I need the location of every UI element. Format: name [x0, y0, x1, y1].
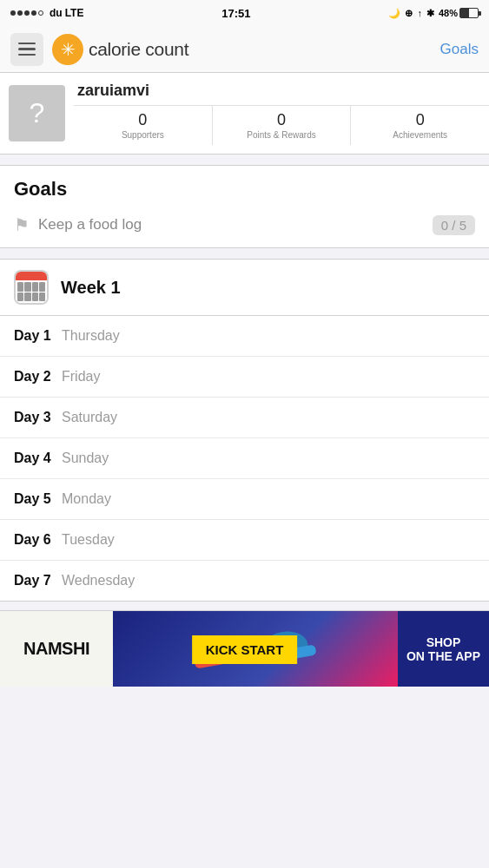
username: zaruiamvi	[74, 82, 489, 100]
week-section: Week 1 Day 1ThursdayDay 2FridayDay 3Satu…	[0, 259, 489, 602]
menu-line-3	[18, 54, 36, 56]
achievements-stat[interactable]: 0 Achievements	[351, 106, 489, 145]
battery-fill	[460, 9, 469, 17]
ad-shop-text: SHOP	[426, 635, 461, 649]
cal-dot-6	[24, 293, 30, 302]
location-icon: ⊕	[405, 8, 413, 19]
signal-dot-5	[38, 10, 43, 16]
profile-info: zaruiamvi 0 Supporters 0 Points & Reward…	[74, 73, 489, 154]
avatar-container: ?	[0, 73, 74, 154]
nav-bar: ✳ calorie count Goals	[0, 26, 489, 73]
network-label: LTE	[65, 7, 84, 19]
cal-top	[16, 272, 47, 280]
menu-line-1	[18, 43, 36, 45]
day-row[interactable]: Day 6Tuesday	[0, 520, 489, 561]
flag-icon: ⚑	[14, 214, 30, 235]
week-title: Week 1	[61, 278, 121, 298]
logo-icon: ✳	[52, 34, 83, 65]
goal-progress: 0 / 5	[433, 215, 475, 235]
cal-dot-4	[39, 282, 45, 292]
day-name: Wednesday	[62, 573, 135, 589]
day-row[interactable]: Day 2Friday	[0, 357, 489, 398]
day-label: Day 1	[14, 328, 62, 344]
signal-dot-1	[10, 10, 16, 16]
day-name: Monday	[62, 491, 111, 507]
goals-title: Goals	[14, 178, 475, 201]
ad-brand: NAMSHI	[23, 639, 89, 659]
status-bar: du LTE 17:51 🌙 ⊕ ↑ ✱ 48%	[0, 0, 489, 26]
supporters-stat[interactable]: 0 Supporters	[74, 106, 213, 145]
stats-row: 0 Supporters 0 Points & Rewards 0 Achiev…	[74, 105, 489, 145]
supporters-label: Supporters	[77, 130, 208, 140]
cal-body	[16, 280, 47, 303]
days-container: Day 1ThursdayDay 2FridayDay 3SaturdayDay…	[0, 316, 489, 601]
signal-dot-4	[31, 10, 36, 16]
moon-icon: 🌙	[388, 8, 400, 19]
day-label: Day 3	[14, 410, 62, 425]
achievements-label: Achievements	[354, 130, 486, 140]
week-header: Week 1	[0, 260, 489, 316]
battery-icon	[459, 8, 479, 18]
day-label: Day 4	[14, 450, 62, 466]
day-name: Tuesday	[62, 532, 115, 548]
profile-section: ? zaruiamvi 0 Supporters 0 Points & Rewa…	[0, 73, 489, 155]
day-name: Friday	[62, 369, 100, 385]
ad-right: SHOP ON THE APP	[398, 611, 489, 687]
ad-left: NAMSHI	[0, 611, 113, 687]
signal-dot-2	[17, 10, 23, 16]
day-row[interactable]: Day 7Wednesday	[0, 561, 489, 601]
carrier-label: du	[50, 7, 63, 19]
arrow-icon: ↑	[417, 8, 422, 18]
achievements-value: 0	[354, 111, 486, 129]
day-row[interactable]: Day 1Thursday	[0, 316, 489, 357]
day-label: Day 7	[14, 573, 62, 589]
day-name: Saturday	[62, 410, 117, 425]
menu-line-2	[18, 48, 36, 50]
status-time: 17:51	[221, 7, 250, 20]
app-name: calorie count	[89, 39, 188, 60]
cal-dot-5	[17, 293, 23, 302]
day-label: Day 2	[14, 369, 62, 385]
goal-text: Keep a food log	[38, 216, 142, 233]
bluetooth-icon: ✱	[426, 8, 434, 19]
points-rewards-label: Points & Rewards	[216, 130, 347, 140]
menu-button[interactable]	[10, 33, 43, 66]
battery-percent: 48%	[439, 8, 458, 18]
ad-cta-box: KICK START	[192, 635, 298, 664]
ad-cta-overlay: KICK START	[192, 635, 298, 664]
battery-container: 48%	[439, 8, 479, 18]
avatar: ?	[9, 85, 65, 141]
day-label: Day 6	[14, 532, 62, 548]
day-row[interactable]: Day 3Saturday	[0, 398, 489, 438]
ad-app-text: ON THE APP	[406, 649, 480, 663]
signal-dot-3	[24, 10, 30, 16]
calendar-icon	[14, 270, 49, 305]
ad-cta-text: KICK START	[206, 642, 284, 657]
status-right: 🌙 ⊕ ↑ ✱ 48%	[388, 8, 479, 19]
cal-dot-1	[17, 282, 23, 292]
goal-left: ⚑ Keep a food log	[14, 214, 142, 235]
ad-banner[interactable]: NAMSHI KICK START SHOP ON THE APP	[0, 610, 489, 687]
cal-dot-2	[24, 282, 30, 292]
supporters-value: 0	[77, 111, 208, 129]
day-label: Day 5	[14, 491, 62, 507]
cal-dot-3	[32, 282, 38, 292]
goals-section: Goals ⚑ Keep a food log 0 / 5	[0, 165, 489, 248]
app-logo: ✳ calorie count	[52, 34, 432, 65]
day-row[interactable]: Day 4Sunday	[0, 438, 489, 479]
points-rewards-stat[interactable]: 0 Points & Rewards	[213, 106, 352, 145]
cal-dot-8	[39, 293, 45, 302]
day-name: Sunday	[62, 450, 109, 466]
status-left: du LTE	[10, 7, 83, 19]
day-row[interactable]: Day 5Monday	[0, 479, 489, 520]
signal-dots	[10, 10, 43, 16]
day-name: Thursday	[62, 328, 120, 344]
goals-nav-button[interactable]: Goals	[440, 37, 479, 62]
cal-dot-7	[32, 293, 38, 302]
goal-item[interactable]: ⚑ Keep a food log 0 / 5	[14, 211, 475, 239]
logo-star-icon: ✳	[61, 41, 76, 58]
points-rewards-value: 0	[216, 111, 347, 129]
